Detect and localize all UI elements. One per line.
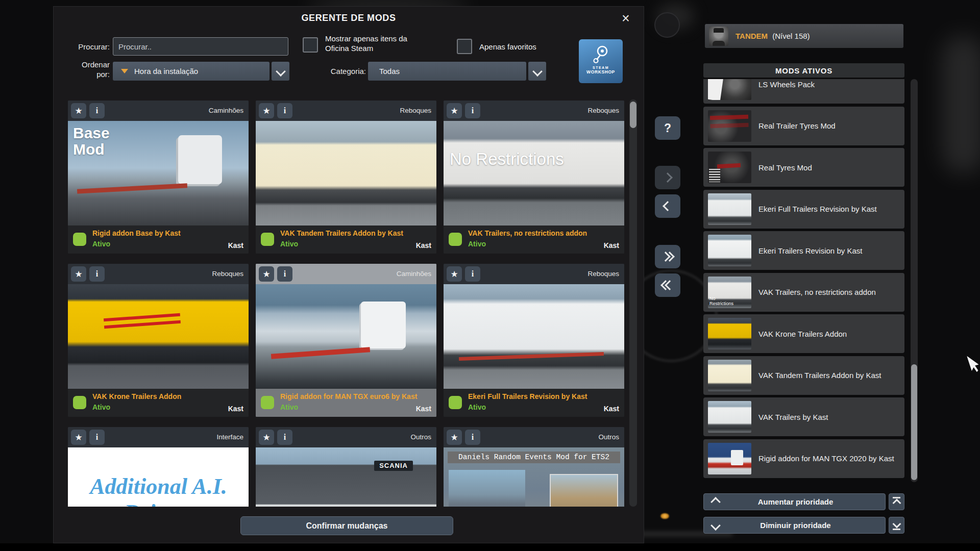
active-mod-item[interactable]: Ekeri Trailers Revision by Kast — [703, 231, 904, 270]
favorite-star-button[interactable]: ★ — [259, 103, 274, 118]
mod-author: Kast — [228, 405, 243, 413]
enabled-indicator[interactable] — [73, 233, 86, 246]
steam-workshop-button[interactable]: STEAM WORKSHOP — [579, 39, 623, 83]
favorite-star-button[interactable]: ★ — [71, 430, 86, 445]
enabled-indicator[interactable] — [261, 233, 274, 246]
move-all-left-button[interactable] — [655, 273, 680, 297]
mod-card-footer: VAK Tandem Trailers Addon by Kast Ativo … — [256, 226, 436, 254]
mod-card[interactable]: ★ i Reboques VAK Tandem Trailers Addon b… — [256, 101, 436, 254]
mod-card[interactable]: ★ i Outros Daniels Random Events Mod for… — [444, 427, 624, 507]
active-mod-item[interactable]: VAK Tandem Trailers Addon by Kast — [703, 356, 904, 395]
active-mod-item[interactable]: LS Wheels Pack — [703, 79, 904, 104]
mod-card-header: ★ i Caminhões — [256, 264, 436, 284]
mod-name: Rigid addon Base by Kast — [92, 229, 181, 237]
mod-card[interactable]: ★ i Reboques Ekeri Full Trailers Revisio… — [444, 264, 624, 417]
info-icon: i — [96, 433, 98, 441]
previous-page-button[interactable] — [655, 194, 680, 218]
help-button[interactable]: ? — [655, 116, 680, 140]
mod-thumbnail: SCANIA — [256, 447, 436, 507]
active-mod-item[interactable]: VAK Trailers by Kast — [703, 397, 904, 436]
info-icon: i — [96, 107, 98, 115]
enabled-indicator[interactable] — [449, 396, 462, 409]
info-icon: i — [284, 107, 286, 115]
mod-card[interactable]: ★ i Caminhões Base Mod Rigid addon Base … — [68, 101, 249, 254]
favorite-star-button[interactable]: ★ — [259, 430, 274, 445]
info-button[interactable]: i — [89, 430, 105, 445]
category-badge: Outros — [410, 427, 431, 447]
mod-thumbnail — [708, 193, 751, 225]
mod-thumbnail — [444, 284, 624, 389]
workshop-only-checkbox[interactable] — [303, 37, 318, 53]
active-mod-label: LS Wheels Pack — [758, 80, 815, 89]
mod-card-selected[interactable]: ★ i Caminhões Rigid addon for MAN TGX eu… — [256, 264, 436, 417]
category-dropdown[interactable]: Todas — [368, 62, 526, 81]
mod-name: VAK Trailers, no restrictions addon — [468, 229, 587, 237]
active-mods-scrollbar-track[interactable] — [911, 79, 918, 482]
search-input[interactable] — [113, 37, 288, 56]
mod-card[interactable]: ★ i Reboques VAK Krone Trailers Addon At… — [68, 264, 249, 417]
confirm-changes-button[interactable]: Confirmar mudanças — [240, 516, 453, 535]
active-mod-item[interactable]: VAK Krone Trailers Addon — [703, 314, 904, 353]
mod-card[interactable]: ★ i Outros SCANIA — [256, 427, 436, 507]
enabled-indicator[interactable] — [73, 396, 86, 409]
next-page-button[interactable] — [655, 166, 680, 189]
info-button[interactable]: i — [465, 103, 480, 118]
favorite-star-button[interactable]: ★ — [447, 430, 462, 445]
mod-card-header: ★ i Outros — [256, 427, 436, 447]
move-to-top-button[interactable] — [889, 493, 904, 510]
star-icon: ★ — [450, 107, 458, 115]
mod-status: Ativo — [468, 240, 486, 248]
category-badge: Outros — [598, 427, 619, 447]
info-button[interactable]: i — [465, 266, 480, 282]
active-mod-item[interactable]: Real Tyres Mod — [703, 148, 904, 187]
active-mod-item[interactable]: No Restrictions VAK Trailers, no restric… — [703, 273, 904, 312]
favorite-star-button[interactable]: ★ — [447, 103, 462, 118]
favorite-star-button[interactable]: ★ — [71, 103, 86, 118]
active-mods-scrollbar-thumb[interactable] — [911, 364, 917, 480]
move-all-right-button[interactable] — [655, 245, 680, 268]
info-button[interactable]: i — [465, 430, 480, 445]
move-to-bottom-button[interactable] — [889, 517, 904, 534]
grid-scrollbar-thumb[interactable] — [630, 102, 636, 128]
active-mods-list[interactable]: LS Wheels Pack Real Trailer Tyres Mod Re… — [703, 79, 904, 482]
star-icon: ★ — [75, 270, 82, 279]
active-mod-label: VAK Trailers, no restrictions addon — [758, 287, 876, 297]
active-mod-item[interactable]: Real Trailer Tyres Mod — [703, 107, 904, 145]
info-icon: i — [472, 107, 474, 115]
enabled-indicator[interactable] — [261, 396, 274, 409]
favorite-star-button[interactable]: ★ — [259, 266, 274, 282]
category-badge: Caminhões — [209, 101, 243, 121]
enabled-indicator[interactable] — [449, 233, 462, 246]
info-button[interactable]: i — [277, 103, 292, 118]
active-mod-item[interactable]: Ekeri Full Trailers Revision by Kast — [703, 190, 904, 229]
mod-thumbnail — [68, 284, 249, 389]
info-button[interactable]: i — [277, 266, 292, 282]
workshop-badge-text: STEAM — [593, 66, 609, 69]
sort-dropdown[interactable]: Hora da instalação — [113, 62, 270, 81]
close-button[interactable]: × — [617, 10, 634, 27]
info-button[interactable]: i — [277, 430, 292, 445]
category-value: Todas — [379, 67, 400, 76]
mod-thumbnail — [708, 318, 751, 349]
grid-scrollbar-track[interactable] — [629, 99, 637, 507]
favorite-star-button[interactable]: ★ — [71, 266, 86, 282]
mod-card[interactable]: ★ i Interface Additional A.I. Drivers — [68, 427, 249, 507]
increase-priority-button[interactable]: Aumentar prioridade — [703, 493, 886, 510]
thumbnail-caption: Base Mod — [73, 125, 134, 157]
player-profile[interactable]: TANDEM (Nível 158) — [705, 24, 903, 48]
mod-card-footer: Rigid addon for MAN TGX euro6 by Kast At… — [256, 389, 436, 417]
decrease-priority-button[interactable]: Diminuir prioridade — [703, 517, 886, 534]
question-icon: ? — [664, 121, 671, 135]
active-mod-item[interactable]: Rigid addon for MAN TGX 2020 by Kast — [703, 439, 904, 478]
favorite-star-button[interactable]: ★ — [447, 266, 462, 282]
info-button[interactable]: i — [89, 266, 105, 282]
mouse-cursor — [967, 353, 980, 374]
active-mod-label: Ekeri Full Trailers Revision by Kast — [758, 204, 877, 214]
favorites-only-checkbox[interactable] — [457, 39, 472, 54]
category-dropdown-button[interactable] — [528, 62, 546, 81]
mod-card[interactable]: ★ i Reboques No Restrictions VAK Trailer… — [444, 101, 624, 254]
info-button[interactable]: i — [89, 103, 105, 118]
confirm-changes-label: Confirmar mudanças — [306, 521, 387, 531]
mod-card-header: ★ i Reboques — [444, 264, 624, 284]
sort-dropdown-button[interactable] — [272, 62, 289, 81]
